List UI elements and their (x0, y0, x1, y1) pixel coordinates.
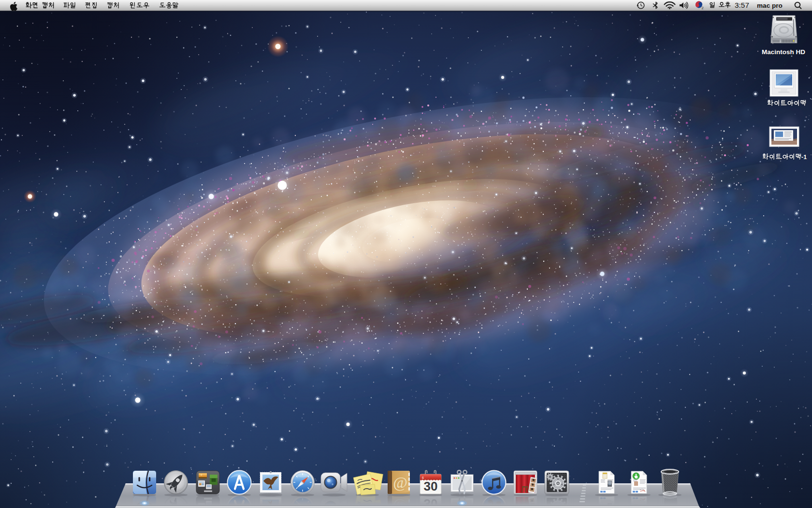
svg-text:2: 2 (702, 6, 704, 10)
svg-text:3:57: 3:57 (735, 1, 749, 9)
svg-text:Macintosh HD: Macintosh HD (762, 48, 805, 56)
svg-text:mac pro: mac pro (757, 2, 783, 9)
svg-text:-1: -1 (801, 154, 807, 161)
